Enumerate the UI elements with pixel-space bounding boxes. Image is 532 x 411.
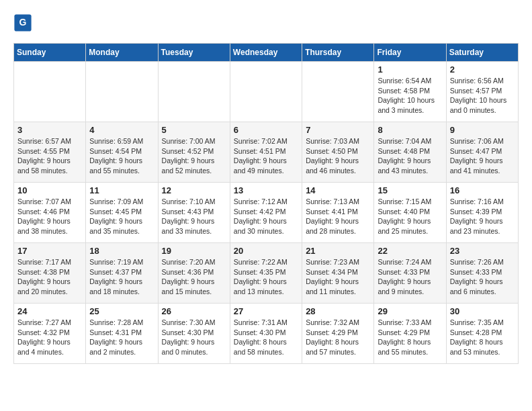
calendar-cell: 22Sunrise: 7:24 AM Sunset: 4:33 PM Dayli… [374, 243, 446, 304]
calendar-cell: 19Sunrise: 7:20 AM Sunset: 4:36 PM Dayli… [158, 243, 230, 304]
calendar-cell: 2Sunrise: 6:56 AM Sunset: 4:57 PM Daylig… [446, 62, 518, 122]
weekday-header-wednesday: Wednesday [230, 44, 302, 62]
calendar-week-3: 10Sunrise: 7:07 AM Sunset: 4:46 PM Dayli… [14, 183, 519, 243]
day-number: 9 [450, 125, 515, 135]
day-info: Sunrise: 6:59 AM Sunset: 4:54 PM Dayligh… [89, 136, 154, 176]
day-number: 13 [234, 185, 298, 195]
calendar-cell: 30Sunrise: 7:35 AM Sunset: 4:28 PM Dayli… [446, 304, 518, 364]
day-number: 30 [450, 306, 515, 316]
page-header: G [13, 13, 519, 32]
day-number: 19 [162, 246, 226, 256]
day-number: 10 [17, 185, 82, 195]
logo: G [13, 13, 35, 32]
calendar-cell: 11Sunrise: 7:09 AM Sunset: 4:45 PM Dayli… [86, 183, 158, 243]
day-number: 8 [378, 125, 442, 135]
calendar-cell: 25Sunrise: 7:28 AM Sunset: 4:31 PM Dayli… [86, 304, 158, 364]
calendar-week-5: 24Sunrise: 7:27 AM Sunset: 4:32 PM Dayli… [14, 304, 519, 364]
weekday-header-row: SundayMondayTuesdayWednesdayThursdayFrid… [14, 44, 519, 62]
day-info: Sunrise: 7:04 AM Sunset: 4:48 PM Dayligh… [378, 136, 442, 176]
day-info: Sunrise: 7:15 AM Sunset: 4:40 PM Dayligh… [378, 197, 442, 236]
day-number: 2 [450, 64, 515, 75]
calendar-cell: 18Sunrise: 7:19 AM Sunset: 4:37 PM Dayli… [86, 243, 158, 304]
calendar-cell [86, 62, 158, 122]
day-info: Sunrise: 7:06 AM Sunset: 4:47 PM Dayligh… [450, 136, 515, 176]
day-info: Sunrise: 7:23 AM Sunset: 4:34 PM Dayligh… [306, 257, 370, 297]
calendar-cell: 15Sunrise: 7:15 AM Sunset: 4:40 PM Dayli… [374, 183, 446, 243]
day-number: 21 [306, 246, 370, 256]
weekday-header-monday: Monday [86, 44, 158, 62]
day-info: Sunrise: 7:09 AM Sunset: 4:45 PM Dayligh… [89, 197, 154, 236]
day-info: Sunrise: 7:22 AM Sunset: 4:35 PM Dayligh… [234, 257, 298, 297]
day-info: Sunrise: 7:32 AM Sunset: 4:29 PM Dayligh… [306, 318, 370, 357]
day-number: 28 [306, 306, 370, 316]
day-number: 24 [17, 306, 82, 316]
day-info: Sunrise: 7:10 AM Sunset: 4:43 PM Dayligh… [162, 197, 226, 236]
day-number: 1 [378, 64, 442, 75]
day-info: Sunrise: 7:33 AM Sunset: 4:29 PM Dayligh… [378, 318, 442, 357]
calendar-cell: 21Sunrise: 7:23 AM Sunset: 4:34 PM Dayli… [302, 243, 374, 304]
day-number: 25 [89, 306, 154, 316]
day-info: Sunrise: 7:12 AM Sunset: 4:42 PM Dayligh… [234, 197, 298, 236]
calendar-week-2: 3Sunrise: 6:57 AM Sunset: 4:55 PM Daylig… [14, 122, 519, 183]
logo-icon: G [13, 13, 32, 32]
calendar-cell: 8Sunrise: 7:04 AM Sunset: 4:48 PM Daylig… [374, 122, 446, 183]
calendar-cell: 17Sunrise: 7:17 AM Sunset: 4:38 PM Dayli… [14, 243, 86, 304]
day-info: Sunrise: 7:16 AM Sunset: 4:39 PM Dayligh… [450, 197, 515, 236]
day-number: 15 [378, 185, 442, 195]
calendar-cell: 13Sunrise: 7:12 AM Sunset: 4:42 PM Dayli… [230, 183, 302, 243]
calendar-cell: 9Sunrise: 7:06 AM Sunset: 4:47 PM Daylig… [446, 122, 518, 183]
day-number: 11 [89, 185, 154, 195]
day-info: Sunrise: 7:17 AM Sunset: 4:38 PM Dayligh… [17, 257, 82, 297]
calendar-cell: 23Sunrise: 7:26 AM Sunset: 4:33 PM Dayli… [446, 243, 518, 304]
calendar-table: SundayMondayTuesdayWednesdayThursdayFrid… [13, 43, 519, 364]
calendar-week-1: 1Sunrise: 6:54 AM Sunset: 4:58 PM Daylig… [14, 62, 519, 122]
day-number: 22 [378, 246, 442, 256]
day-number: 17 [17, 246, 82, 256]
day-info: Sunrise: 7:24 AM Sunset: 4:33 PM Dayligh… [378, 257, 442, 297]
day-number: 26 [162, 306, 226, 316]
calendar-cell: 24Sunrise: 7:27 AM Sunset: 4:32 PM Dayli… [14, 304, 86, 364]
calendar-cell: 16Sunrise: 7:16 AM Sunset: 4:39 PM Dayli… [446, 183, 518, 243]
weekday-header-saturday: Saturday [446, 44, 518, 62]
day-number: 29 [378, 306, 442, 316]
calendar-cell [158, 62, 230, 122]
day-number: 7 [306, 125, 370, 135]
day-number: 4 [89, 125, 154, 135]
day-number: 23 [450, 246, 515, 256]
day-number: 20 [234, 246, 298, 256]
day-info: Sunrise: 7:28 AM Sunset: 4:31 PM Dayligh… [89, 318, 154, 357]
day-number: 5 [162, 125, 226, 135]
calendar-week-4: 17Sunrise: 7:17 AM Sunset: 4:38 PM Dayli… [14, 243, 519, 304]
day-info: Sunrise: 7:27 AM Sunset: 4:32 PM Dayligh… [17, 318, 82, 357]
calendar-cell [302, 62, 374, 122]
day-info: Sunrise: 6:56 AM Sunset: 4:57 PM Dayligh… [450, 76, 515, 116]
calendar-cell: 27Sunrise: 7:31 AM Sunset: 4:30 PM Dayli… [230, 304, 302, 364]
day-info: Sunrise: 7:26 AM Sunset: 4:33 PM Dayligh… [450, 257, 515, 297]
day-info: Sunrise: 7:20 AM Sunset: 4:36 PM Dayligh… [162, 257, 226, 297]
calendar-cell [14, 62, 86, 122]
calendar-cell: 10Sunrise: 7:07 AM Sunset: 4:46 PM Dayli… [14, 183, 86, 243]
calendar-cell: 29Sunrise: 7:33 AM Sunset: 4:29 PM Dayli… [374, 304, 446, 364]
day-info: Sunrise: 7:03 AM Sunset: 4:50 PM Dayligh… [306, 136, 370, 176]
calendar-cell: 5Sunrise: 7:00 AM Sunset: 4:52 PM Daylig… [158, 122, 230, 183]
day-info: Sunrise: 7:30 AM Sunset: 4:30 PM Dayligh… [162, 318, 226, 357]
weekday-header-sunday: Sunday [14, 44, 86, 62]
day-info: Sunrise: 6:54 AM Sunset: 4:58 PM Dayligh… [378, 76, 442, 116]
svg-text:G: G [19, 17, 27, 28]
calendar-cell: 14Sunrise: 7:13 AM Sunset: 4:41 PM Dayli… [302, 183, 374, 243]
calendar-cell: 1Sunrise: 6:54 AM Sunset: 4:58 PM Daylig… [374, 62, 446, 122]
day-number: 14 [306, 185, 370, 195]
day-info: Sunrise: 7:07 AM Sunset: 4:46 PM Dayligh… [17, 197, 82, 236]
calendar-cell: 28Sunrise: 7:32 AM Sunset: 4:29 PM Dayli… [302, 304, 374, 364]
weekday-header-tuesday: Tuesday [158, 44, 230, 62]
calendar-cell: 12Sunrise: 7:10 AM Sunset: 4:43 PM Dayli… [158, 183, 230, 243]
weekday-header-thursday: Thursday [302, 44, 374, 62]
calendar-cell: 7Sunrise: 7:03 AM Sunset: 4:50 PM Daylig… [302, 122, 374, 183]
calendar-cell: 3Sunrise: 6:57 AM Sunset: 4:55 PM Daylig… [14, 122, 86, 183]
day-number: 3 [17, 125, 82, 135]
day-info: Sunrise: 7:00 AM Sunset: 4:52 PM Dayligh… [162, 136, 226, 176]
day-info: Sunrise: 7:02 AM Sunset: 4:51 PM Dayligh… [234, 136, 298, 176]
day-info: Sunrise: 6:57 AM Sunset: 4:55 PM Dayligh… [17, 136, 82, 176]
day-number: 12 [162, 185, 226, 195]
day-info: Sunrise: 7:13 AM Sunset: 4:41 PM Dayligh… [306, 197, 370, 236]
